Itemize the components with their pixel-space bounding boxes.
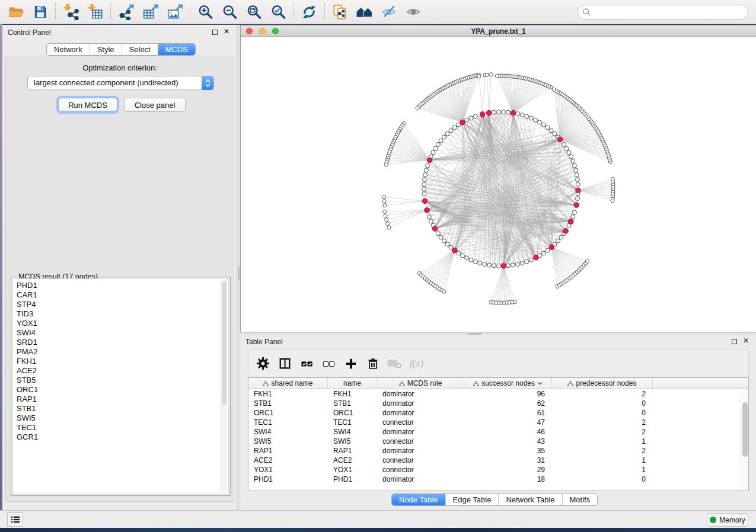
control-panel-tabs: NetworkStyleSelectMCDS <box>46 43 196 56</box>
column-header-shared-name[interactable]: shared name <box>248 378 328 389</box>
table-cell: 62 <box>464 399 552 408</box>
table-row[interactable]: RAP1RAP1dominator352 <box>248 446 748 456</box>
table-cell: ORC1 <box>328 409 377 417</box>
table-settings-button[interactable] <box>254 353 272 374</box>
mcds-result-item[interactable]: STB1 <box>17 404 228 414</box>
mcds-result-item[interactable]: ORC1 <box>17 385 228 395</box>
mcds-result-item[interactable]: PMA2 <box>17 347 228 357</box>
tab-edge-table[interactable]: Edge Table <box>445 494 499 505</box>
mcds-result-scrollbar[interactable] <box>221 280 227 492</box>
table-row[interactable]: SWI4SWI4dominator462 <box>248 427 748 437</box>
export-table-button[interactable] <box>138 1 162 23</box>
export-image-button[interactable] <box>162 1 187 23</box>
control-panel-title: Control Panel <box>8 28 51 37</box>
mcds-result-item[interactable]: STP4 <box>17 300 228 309</box>
zoom-selected-button[interactable] <box>266 1 291 23</box>
optimization-criterion-select[interactable]: largest connected component (undirected) <box>27 76 214 90</box>
mcds-result-item[interactable]: GCR1 <box>17 432 228 442</box>
export-network-button[interactable] <box>114 1 138 23</box>
table-cell: 96 <box>464 390 552 398</box>
table-row[interactable]: PHD1PHD1dominator180 <box>248 475 748 484</box>
float-panel-icon[interactable] <box>212 30 218 35</box>
table-row[interactable]: YOX1YOX1connector291 <box>248 465 748 475</box>
table-row[interactable]: SWI5SWI5connector431 <box>248 437 748 446</box>
mcds-result-item[interactable]: TID3 <box>17 309 228 319</box>
delete-column-button[interactable] <box>363 353 382 374</box>
mcds-result-item[interactable]: YOX1 <box>17 319 228 328</box>
mcds-result-item[interactable]: CAR1 <box>17 290 228 300</box>
mcds-result-item[interactable]: PHD1 <box>17 281 228 290</box>
table-cell: RAP1 <box>328 447 377 455</box>
tab-node-table[interactable]: Node Table <box>392 494 445 505</box>
toolbar-separator <box>190 4 190 20</box>
mcds-result-item[interactable]: ACE2 <box>17 366 228 376</box>
run-mcds-button[interactable]: Run MCDS <box>58 98 117 112</box>
node-table: shared namenameMCDS rolesuccessor nodesp… <box>248 377 749 491</box>
table-cell: SWI4 <box>328 428 377 436</box>
mcds-result-item[interactable]: TEC1 <box>17 423 228 432</box>
tab-network-table[interactable]: Network Table <box>498 494 562 505</box>
hide-selected-button[interactable] <box>377 1 401 23</box>
task-history-button[interactable] <box>7 512 23 527</box>
network-from-selection-button[interactable] <box>328 1 352 23</box>
show-columns-button[interactable] <box>276 353 294 374</box>
zoom-in-button[interactable] <box>193 1 218 23</box>
save-session-button[interactable] <box>28 1 52 23</box>
column-header-MCDS-role[interactable]: MCDS role <box>377 378 464 389</box>
tab-motifs[interactable]: Motifs <box>562 494 598 505</box>
deselect-all-button[interactable] <box>320 353 338 374</box>
zoom-out-button[interactable] <box>218 1 242 23</box>
import-table-button[interactable] <box>83 1 107 23</box>
table-row[interactable]: ACE2ACE2connector311 <box>248 456 748 465</box>
first-neighbors-icon <box>356 4 373 20</box>
first-neighbors-button[interactable] <box>352 1 377 23</box>
tab-network[interactable]: Network <box>47 44 90 55</box>
memory-button[interactable]: Memory <box>707 513 748 527</box>
table-float-panel-icon[interactable] <box>732 339 737 344</box>
table-row[interactable]: ORC1ORC1dominator610 <box>248 408 748 418</box>
hide-selected-icon <box>381 4 397 20</box>
column-header-name[interactable]: name <box>328 378 377 389</box>
close-panel-icon[interactable]: ✕ <box>224 27 229 36</box>
table-row[interactable]: TEC1TEC1connector472 <box>248 418 748 427</box>
zoom-fit-button[interactable] <box>242 1 266 23</box>
mcds-result-item[interactable]: RAP1 <box>17 395 228 404</box>
table-cell: connector <box>377 437 464 446</box>
table-scrollbar[interactable] <box>741 389 748 491</box>
column-header-successor-nodes[interactable]: successor nodes <box>464 378 552 389</box>
table-cell: connector <box>377 466 464 474</box>
table-cell: PHD1 <box>248 475 328 483</box>
table-settings-icon <box>256 357 270 370</box>
mcds-result-item[interactable]: FKH1 <box>17 357 228 366</box>
function-builder-button: f(x) <box>407 353 426 374</box>
tab-select[interactable]: Select <box>122 44 158 55</box>
table-row[interactable]: FKH1FKH1dominator962 <box>248 389 748 399</box>
column-header-predecessor-nodes[interactable]: predecessor nodes <box>552 378 653 389</box>
optimization-criterion-label: Optimization criterion: <box>6 63 234 72</box>
add-column-button[interactable] <box>342 353 360 374</box>
mcds-result-item[interactable]: SRD1 <box>17 338 228 347</box>
table-cell: YOX1 <box>248 466 328 474</box>
export-network-icon <box>118 4 134 20</box>
open-file-button[interactable] <box>4 1 28 23</box>
table-row[interactable]: STB1STB1dominator620 <box>248 399 748 408</box>
mcds-result-item[interactable]: SWI5 <box>17 414 228 423</box>
import-network-button[interactable] <box>59 1 83 23</box>
network-view[interactable] <box>241 37 755 332</box>
table-cell: dominator <box>377 428 464 436</box>
mcds-result-item[interactable]: SWI4 <box>17 328 228 338</box>
tab-mcds[interactable]: MCDS <box>158 44 195 55</box>
apply-layout-button[interactable] <box>297 1 321 23</box>
table-cell: YOX1 <box>328 466 377 474</box>
table-cell: RAP1 <box>248 447 328 455</box>
mcds-result-item[interactable]: STB5 <box>17 376 228 385</box>
table-cell: 1 <box>552 437 653 446</box>
search-input[interactable] <box>578 5 748 20</box>
tab-style[interactable]: Style <box>90 44 122 55</box>
table-close-panel-icon[interactable]: ✕ <box>743 336 749 345</box>
show-all-button[interactable] <box>401 1 425 23</box>
table-cell: 46 <box>464 428 552 436</box>
select-all-button[interactable] <box>298 353 316 374</box>
close-panel-button[interactable]: Close panel <box>124 98 186 112</box>
network-window-titlebar[interactable]: YPA_prune.txt_1 <box>241 25 756 37</box>
